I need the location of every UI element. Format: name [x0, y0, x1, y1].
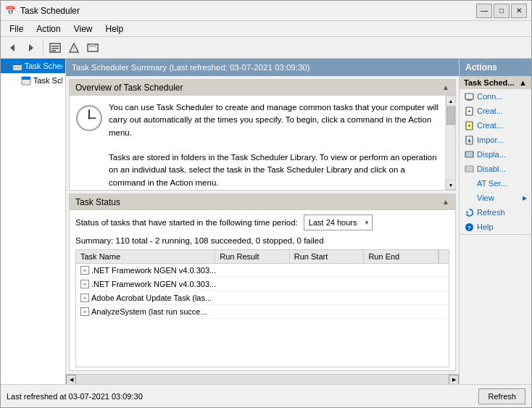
action-item-disabl[interactable]: Disabl... [460, 162, 531, 176]
svg-rect-5 [51, 50, 56, 51]
svg-text:!: ! [73, 46, 75, 51]
table-row[interactable]: + .NET Framework NGEN v4.0.303... [76, 278, 449, 291]
help-icon: ? [464, 222, 474, 232]
action-item-displa[interactable]: Displa... [460, 147, 531, 162]
view-submenu-arrow-icon: ▶ [523, 195, 527, 201]
td-result-1 [220, 282, 296, 286]
td-start-0 [296, 268, 373, 272]
overview-toggle[interactable]: ▲ [442, 83, 449, 91]
window-title: Task Scheduler [20, 6, 80, 16]
tree-item-task-sch[interactable]: Task Sch... [1, 73, 65, 88]
action-group-label: Task Sched... [464, 78, 515, 87]
table-row[interactable]: + Adobe Acrobat Update Task (las... [76, 291, 449, 305]
toolbar: ! [1, 37, 531, 59]
forward-button[interactable] [22, 39, 40, 57]
main-window: 📅 Task Scheduler — □ ✕ File Action View … [0, 0, 532, 408]
tree-item-task-scheduler[interactable]: ▶ Task Schedu... [1, 59, 65, 73]
col-run-result: Run Result [215, 250, 290, 263]
center-panel: Task Scheduler Summary (Last refreshed: … [66, 59, 459, 384]
summary-content: Summary: 110 total - 2 running, 108 succ… [75, 236, 324, 245]
action-icon-creat1 [464, 106, 474, 116]
td-end-1 [373, 282, 449, 286]
action-label-help: Help [477, 222, 494, 231]
maximize-button[interactable]: □ [494, 4, 510, 18]
h-scroll-track[interactable] [76, 375, 449, 385]
right-panel: Actions Task Sched... ▲ Conn... [459, 59, 531, 384]
action-item-creat1[interactable]: Creat... [460, 104, 531, 118]
overview-scrollbar: ▲ ▼ [445, 96, 455, 190]
action-item-creat2[interactable]: Creat... [460, 118, 531, 133]
toolbar-btn-2[interactable]: ! [65, 39, 83, 57]
table-row[interactable]: + AnalyzeSystem (last run succe... [76, 305, 449, 319]
status-period-label: Status of tasks that have started in the… [75, 218, 298, 227]
td-name-1: + .NET Framework NGEN v4.0.303... [76, 278, 220, 291]
svg-point-12 [14, 67, 16, 68]
action-icon-view [464, 193, 474, 203]
window-controls: — □ ✕ [476, 4, 527, 18]
summary-text: Summary: 110 total - 2 running, 108 succ… [70, 235, 455, 249]
overview-body: You can use Task Scheduler to create and… [70, 96, 445, 190]
center-header-text: Task Scheduler Summary (Last refreshed: … [72, 63, 310, 72]
tree-item-label-sch: Task Sch... [33, 76, 62, 85]
svg-marker-1 [29, 44, 33, 51]
menu-view[interactable]: View [68, 22, 99, 36]
row-name-0: .NET Framework NGEN v4.0.303... [91, 266, 216, 275]
scroll-thumb[interactable] [446, 107, 455, 125]
row-expand-icon-1[interactable]: + [80, 280, 89, 288]
actions-title: Actions [465, 62, 497, 72]
action-item-view[interactable]: View ▶ [460, 191, 531, 205]
status-bar-text: Last refreshed at 03-07-2021 03:09:30 [7, 392, 143, 401]
action-item-refresh[interactable]: Refresh [460, 205, 531, 220]
td-end-3 [373, 309, 449, 314]
row-expand-icon-0[interactable]: + [80, 266, 89, 275]
minimize-button[interactable]: — [476, 4, 492, 18]
menu-file[interactable]: File [4, 22, 29, 36]
td-name-2: + Adobe Acrobat Update Task (las... [76, 291, 220, 304]
row-name-3: AnalyzeSystem (last run succe... [91, 307, 207, 316]
action-label-conn: Conn... [477, 92, 502, 101]
row-name-1: .NET Framework NGEN v4.0.303... [91, 280, 216, 288]
row-expand-icon-2[interactable]: + [80, 293, 89, 302]
main-area: ▶ Task Schedu... [1, 59, 531, 384]
task-status-section: Task Status ▲ Status of tasks that have … [69, 193, 456, 371]
period-dropdown[interactable]: Last 24 hours Last hour Last week [304, 215, 373, 230]
overview-content: You can use Task Scheduler to create and… [70, 96, 445, 190]
title-bar: 📅 Task Scheduler — □ ✕ [1, 1, 531, 21]
scroll-up-arrow[interactable]: ▲ [446, 96, 455, 106]
task-status-title: Task Status [75, 197, 120, 207]
tree-item-icon-sch [21, 75, 31, 86]
menu-help[interactable]: Help [100, 22, 130, 36]
td-name-0: + .NET Framework NGEN v4.0.303... [76, 264, 220, 277]
action-item-atser[interactable]: AT Ser... [460, 176, 531, 191]
menu-action[interactable]: Action [30, 22, 66, 36]
task-status-toggle[interactable]: ▲ [442, 198, 449, 206]
title-bar-left: 📅 Task Scheduler [5, 6, 80, 16]
action-label-atser: AT Ser... [477, 179, 507, 188]
toolbar-btn-3[interactable] [84, 39, 101, 57]
action-label-creat2: Creat... [477, 121, 503, 130]
svg-marker-37 [466, 212, 468, 214]
td-end-2 [373, 296, 449, 300]
scroll-down-arrow[interactable]: ▼ [446, 180, 455, 190]
status-refresh-button[interactable]: Refresh [478, 388, 525, 404]
overview-text: You can use Task Scheduler to create and… [109, 101, 439, 189]
window-icon: 📅 [5, 6, 16, 16]
task-status-header: Task Status ▲ [70, 194, 455, 210]
action-icon-disabl [464, 164, 474, 174]
col-run-end: Run End [364, 250, 439, 263]
back-button[interactable] [4, 39, 21, 57]
h-scroll-right-arrow[interactable]: ▶ [449, 375, 459, 385]
action-item-impor[interactable]: Impor... [460, 133, 531, 147]
toolbar-btn-1[interactable] [46, 39, 64, 57]
row-expand-icon-3[interactable]: + [80, 307, 89, 316]
action-label-creat1: Creat... [477, 107, 503, 115]
close-button[interactable]: ✕ [511, 4, 527, 18]
action-icon-atser [464, 178, 474, 188]
action-item-help[interactable]: ? Help [460, 220, 531, 234]
action-item-conn[interactable]: Conn... [460, 89, 531, 104]
h-scroll-left-arrow[interactable]: ◀ [66, 375, 76, 385]
action-group-task-sched: Task Sched... ▲ Conn... [460, 76, 531, 235]
svg-marker-0 [10, 44, 14, 51]
refresh-icon [464, 207, 474, 217]
table-row[interactable]: + .NET Framework NGEN v4.0.303... [76, 264, 449, 278]
